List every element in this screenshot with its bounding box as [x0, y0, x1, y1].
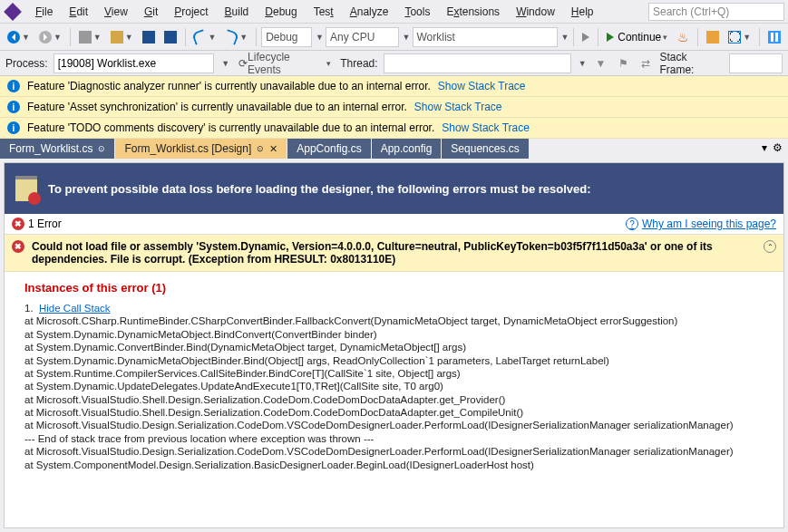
stack-line: at System.Runtime.CompilerServices.CallS…	[24, 367, 764, 380]
designer-host: To prevent possible data loss before loa…	[0, 159, 788, 532]
flag-button[interactable]: ⚑	[615, 54, 632, 73]
menu-view[interactable]: View	[96, 2, 136, 22]
clipboard-error-icon	[15, 176, 37, 201]
close-icon[interactable]: ✕	[269, 143, 277, 155]
menu-window[interactable]: Window	[508, 2, 563, 22]
menu-build[interactable]: Build	[217, 2, 258, 22]
stack-line: at System.Dynamic.UpdateDelegates.Update…	[24, 380, 764, 392]
nav-forward-button[interactable]: ▼	[35, 28, 65, 46]
menu-analyze[interactable]: Analyze	[342, 2, 397, 22]
error-message: Could not load file or assembly 'System.…	[32, 240, 713, 266]
menu-edit[interactable]: Edit	[61, 2, 96, 22]
config-combo[interactable]: Debug	[261, 27, 312, 47]
info-bar-1: iFeature 'Asset synchronization' is curr…	[0, 97, 788, 118]
continue-button[interactable]	[579, 30, 593, 44]
redo-button[interactable]: ▼	[221, 28, 251, 46]
menu-debug[interactable]: Debug	[257, 2, 305, 22]
vs-logo-icon	[4, 3, 22, 21]
error-banner: To prevent possible data loss before loa…	[5, 163, 783, 214]
info-bar-0: iFeature 'Diagnostic analyzer runner' is…	[0, 76, 788, 97]
open-button[interactable]: ▼	[107, 28, 137, 46]
stackframe-combo[interactable]	[729, 53, 783, 73]
error-badge-icon: ✖	[12, 218, 24, 230]
standard-toolbar: ▼ ▼ ▼ ▼ ▼ ▼ Debug ▼ Any CPU ▼ Worklist ▼…	[0, 24, 788, 51]
tab-overflow-button[interactable]: ▾	[762, 141, 767, 156]
menu-project[interactable]: Project	[166, 2, 216, 22]
question-icon: ?	[626, 218, 638, 230]
pause-button[interactable]	[764, 28, 784, 46]
info-icon: i	[7, 101, 20, 113]
info-icon: i	[7, 80, 20, 92]
stack-line: at Microsoft.VisualStudio.Design.Seriali…	[24, 419, 764, 431]
doc-tab-3[interactable]: App.config	[372, 139, 443, 159]
platform-combo[interactable]: Any CPU	[326, 27, 399, 47]
tab-label: Form_Worklist.cs [Design]	[124, 142, 251, 155]
error-count-bar: ✖ 1 Error ?Why am I seeing this page?	[5, 214, 783, 235]
hot-reload-button[interactable]: ♨	[673, 28, 693, 46]
stackframe-label: Stack Frame:	[659, 51, 723, 76]
menu-git[interactable]: Git	[136, 2, 166, 22]
pin-icon[interactable]: ⊙	[98, 144, 105, 153]
stack-line: at System.Dynamic.DynamicMetaObject.Bind…	[24, 328, 764, 341]
menu-extensions[interactable]: Extensions	[438, 2, 508, 22]
collapse-button[interactable]: ⌃	[764, 240, 776, 253]
save-button[interactable]	[139, 28, 159, 46]
menu-bar: File Edit View Git Project Build Debug T…	[0, 0, 788, 24]
process-label: Process:	[5, 57, 48, 70]
info-text: Feature 'TODO comments discovery' is cur…	[27, 121, 434, 134]
menu-test[interactable]: Test	[306, 2, 342, 22]
info-text: Feature 'Asset synchronization' is curre…	[27, 101, 407, 113]
stack-line: at Microsoft.CSharp.RuntimeBinder.CSharp…	[24, 314, 764, 327]
banner-text: To prevent possible data loss before loa…	[48, 182, 591, 196]
new-project-button[interactable]: ▼	[75, 28, 105, 46]
doc-tab-2[interactable]: AppConfig.cs	[287, 139, 371, 159]
menu-help[interactable]: Help	[563, 2, 602, 22]
stack-line: at System.ComponentModel.Design.Serializ…	[24, 459, 764, 471]
filter-button[interactable]: ▼	[592, 54, 610, 73]
show-stack-trace-link[interactable]: Show Stack Trace	[414, 101, 502, 113]
show-stack-trace-link[interactable]: Show Stack Trace	[438, 80, 526, 92]
debug-toolbar: Process: [19008] Worklist.exe ▼ ⟳ Lifecy…	[0, 51, 788, 76]
pin-icon[interactable]: ⊙	[257, 144, 264, 153]
error-detail-row: ✖ Could not load file or assembly 'Syste…	[5, 235, 783, 272]
menu-file[interactable]: File	[27, 2, 61, 22]
screenshot-button[interactable]: ⛶▼	[725, 28, 754, 46]
error-count-label: 1 Error	[28, 218, 62, 230]
continue-label: Continue	[618, 31, 661, 44]
why-link[interactable]: ?Why am I seeing this page?	[626, 218, 776, 230]
tab-label: AppConfig.cs	[297, 142, 361, 155]
hide-call-stack-link[interactable]: Hide Call Stack	[39, 303, 111, 314]
error-body: Instances of this error (1) 1. Hide Call…	[5, 272, 783, 480]
nav-back-button[interactable]: ▼	[4, 28, 34, 46]
thread-combo[interactable]	[384, 53, 571, 73]
tab-options-button[interactable]: ⚙	[773, 141, 783, 156]
continue-button-main[interactable]: Continue ▾	[603, 28, 671, 46]
stack-line: at System.Dynamic.ConvertBinder.Bind(Dyn…	[24, 341, 764, 353]
search-input[interactable]: Search (Ctrl+Q)	[648, 3, 784, 21]
save-all-button[interactable]	[161, 28, 180, 46]
doc-tab-1[interactable]: Form_Worklist.cs [Design]⊙✕	[115, 139, 287, 159]
info-icon: i	[7, 121, 20, 134]
designer-error-page: To prevent possible data loss before loa…	[4, 162, 784, 528]
doc-tab-0[interactable]: Form_Worklist.cs⊙	[0, 139, 115, 159]
info-text: Feature 'Diagnostic analyzer runner' is …	[27, 80, 431, 92]
stack-icon: ⇄	[637, 54, 654, 73]
doc-tab-4[interactable]: Sequences.cs	[442, 139, 529, 159]
lifecycle-events-button[interactable]: ⟳ Lifecycle Events ▾	[235, 48, 335, 79]
process-combo[interactable]: [19008] Worklist.exe	[54, 53, 214, 73]
undo-button[interactable]: ▼	[190, 28, 219, 46]
show-stack-trace-link[interactable]: Show Stack Trace	[442, 121, 530, 134]
instances-heading: Instances of this error (1)	[24, 281, 764, 295]
startup-combo[interactable]: Worklist	[413, 27, 558, 47]
stack-line: at Microsoft.VisualStudio.Shell.Design.S…	[24, 393, 764, 406]
info-bar-2: iFeature 'TODO comments discovery' is cu…	[0, 118, 788, 139]
lifecycle-label: Lifecycle Events	[248, 51, 325, 76]
menu-tools[interactable]: Tools	[396, 2, 438, 22]
tab-label: Form_Worklist.cs	[9, 142, 92, 155]
stack-line: at Microsoft.VisualStudio.Design.Seriali…	[24, 445, 764, 458]
stack-line: --- End of stack trace from previous loc…	[24, 432, 764, 445]
document-tab-strip: Form_Worklist.cs⊙Form_Worklist.cs [Desig…	[0, 139, 788, 159]
stack-line: at Microsoft.VisualStudio.Shell.Design.S…	[24, 406, 764, 419]
why-label: Why am I seeing this page?	[642, 218, 776, 230]
browser-link-button[interactable]	[703, 28, 723, 46]
